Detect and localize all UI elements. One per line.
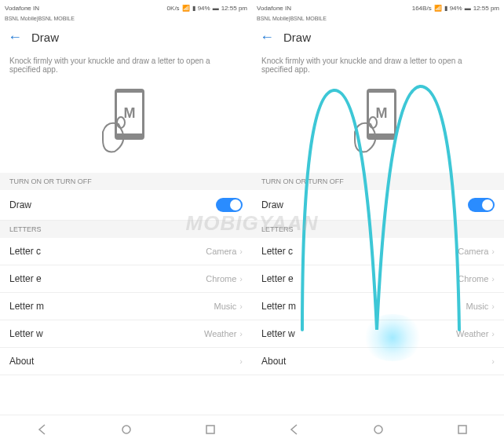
- header: ← Draw: [252, 22, 504, 52]
- chevron-right-icon: ›: [491, 329, 495, 338]
- illustration: M: [252, 80, 504, 173]
- nav-home-icon[interactable]: [372, 423, 385, 439]
- section-letters-header: LETTERS: [252, 221, 504, 238]
- description: Knock firmly with your knuckle and draw …: [252, 52, 504, 80]
- status-carrier: Vodafone IN: [257, 5, 412, 12]
- wifi-icon: 📶: [434, 5, 442, 12]
- signal-icon: ▮: [444, 5, 447, 12]
- signal-icon: ▮: [192, 5, 195, 12]
- letter-row-e[interactable]: Letter e Chrome›: [252, 265, 504, 293]
- letter-row-c[interactable]: Letter c Camera›: [0, 238, 252, 265]
- letter-row-e[interactable]: Letter e Chrome›: [0, 265, 252, 293]
- nav-bar: [252, 415, 504, 446]
- nav-back-icon[interactable]: [288, 423, 301, 439]
- content: Knock firmly with your knuckle and draw …: [0, 52, 252, 415]
- chevron-right-icon: ›: [239, 356, 243, 366]
- knuckle-illustration: M: [343, 85, 414, 163]
- letter-row-w[interactable]: Letter w Weather›: [0, 320, 252, 348]
- draw-toggle[interactable]: [468, 198, 495, 212]
- draw-toggle-label: Draw: [261, 199, 283, 210]
- draw-toggle-row[interactable]: Draw: [0, 190, 252, 221]
- knuckle-illustration: M: [91, 85, 162, 163]
- battery-icon: ▬: [465, 5, 471, 12]
- about-row[interactable]: About ›: [0, 348, 252, 375]
- nav-recent-icon[interactable]: [456, 423, 469, 439]
- status-time: 12:55 pm: [221, 5, 247, 12]
- back-icon[interactable]: ←: [260, 29, 274, 46]
- nav-recent-icon[interactable]: [204, 423, 217, 439]
- chevron-right-icon: ›: [491, 274, 495, 283]
- page-title: Draw: [283, 31, 311, 44]
- status-right: 164B/s 📶 ▮ 94% ▬ 12:55 pm: [412, 5, 499, 12]
- description: Knock firmly with your knuckle and draw …: [0, 52, 252, 80]
- screen-right: Vodafone IN 164B/s 📶 ▮ 94% ▬ 12:55 pm BS…: [252, 0, 504, 446]
- back-icon[interactable]: ←: [8, 29, 22, 46]
- nav-bar: [0, 415, 252, 446]
- chevron-right-icon: ›: [239, 247, 243, 256]
- status-speed: 0K/s: [167, 5, 180, 12]
- svg-point-10: [374, 426, 382, 433]
- letter-row-c[interactable]: Letter c Camera›: [252, 238, 504, 265]
- battery-icon: ▬: [213, 5, 219, 12]
- chevron-right-icon: ›: [239, 302, 243, 311]
- letter-row-m[interactable]: Letter m Music›: [0, 293, 252, 320]
- carrier-subline: BSNL Mobile|BSNL MOBILE: [252, 16, 504, 22]
- draw-toggle-row[interactable]: Draw: [252, 190, 504, 221]
- status-bar: Vodafone IN 0K/s 📶 ▮ 94% ▬ 12:55 pm: [0, 0, 252, 16]
- svg-point-4: [122, 426, 130, 433]
- section-toggle-header: TURN ON OR TURN OFF: [252, 173, 504, 190]
- content: Knock firmly with your knuckle and draw …: [252, 52, 504, 415]
- wifi-icon: 📶: [182, 5, 190, 12]
- status-time: 12:55 pm: [473, 5, 499, 12]
- header: ← Draw: [0, 22, 252, 52]
- section-toggle-header: TURN ON OR TURN OFF: [0, 173, 252, 190]
- status-carrier: Vodafone IN: [5, 5, 167, 12]
- svg-text:M: M: [123, 105, 135, 121]
- draw-toggle-label: Draw: [9, 199, 31, 210]
- svg-text:M: M: [375, 105, 387, 121]
- status-right: 0K/s 📶 ▮ 94% ▬ 12:55 pm: [167, 5, 247, 12]
- svg-rect-11: [458, 426, 466, 433]
- nav-back-icon[interactable]: [36, 423, 49, 439]
- nav-home-icon[interactable]: [120, 423, 133, 439]
- chevron-right-icon: ›: [239, 274, 243, 283]
- chevron-right-icon: ›: [491, 247, 495, 256]
- battery-percent: 94%: [450, 5, 462, 12]
- gesture-glow: [361, 314, 424, 361]
- status-speed: 164B/s: [412, 5, 432, 12]
- status-bar: Vodafone IN 164B/s 📶 ▮ 94% ▬ 12:55 pm: [252, 0, 504, 16]
- svg-rect-5: [206, 426, 214, 433]
- chevron-right-icon: ›: [491, 302, 495, 311]
- chevron-right-icon: ›: [491, 356, 495, 366]
- chevron-right-icon: ›: [239, 329, 243, 338]
- page-title: Draw: [31, 31, 59, 44]
- section-letters-header: LETTERS: [0, 221, 252, 238]
- battery-percent: 94%: [198, 5, 210, 12]
- draw-toggle[interactable]: [216, 198, 243, 212]
- illustration: M: [0, 80, 252, 173]
- carrier-subline: BSNL Mobile|BSNL MOBILE: [0, 16, 252, 22]
- screen-left: Vodafone IN 0K/s 📶 ▮ 94% ▬ 12:55 pm BSNL…: [0, 0, 252, 446]
